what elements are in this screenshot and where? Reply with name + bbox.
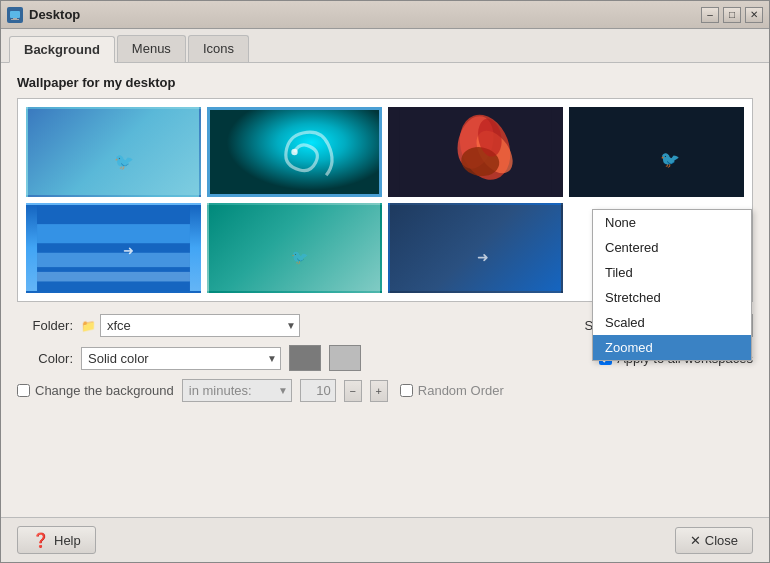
svg-rect-14 [37,272,190,282]
svg-point-4 [291,149,297,155]
wallpaper-section-label: Wallpaper for my desktop [17,75,753,90]
titlebar-left: Desktop [7,7,80,23]
close-button[interactable]: ✕ Close [675,527,753,554]
wp7-icon: ➜ [477,249,489,265]
folder-select[interactable]: xfce [100,314,300,337]
wallpaper-item-7[interactable]: ➜ [388,203,563,293]
color-label: Color: [17,351,73,366]
minutes-select-wrapper: in minutes: ▼ [182,379,292,402]
content-area: Wallpaper for my desktop 🐦 [1,63,769,517]
minutes-select[interactable]: in minutes: [182,379,292,402]
wallpaper-item-4[interactable]: 🐦 [569,107,744,197]
wallpaper-item-2[interactable] [207,107,382,197]
maximize-button[interactable]: □ [723,7,741,23]
desktop-dialog: Desktop – □ ✕ Background Menus Icons Wal… [0,0,770,563]
wp6-icon: 🐦 [291,249,308,265]
svg-rect-12 [37,224,190,243]
help-button[interactable]: ❓ Help [17,526,96,554]
svg-rect-2 [11,19,19,20]
style-dropdown-open[interactable]: None Centered Tiled Stretched Scaled Zoo… [592,209,752,361]
wallpaper-item-3[interactable] [388,107,563,197]
change-bg-row: Change the background in minutes: ▼ − + … [17,379,753,402]
wallpaper-item-5[interactable]: ➜ [26,203,201,293]
tab-background[interactable]: Background [9,36,115,63]
wallpaper-grid-container: 🐦 [17,98,753,302]
help-icon: ❓ [32,532,49,548]
change-bg-checkbox[interactable] [17,384,30,397]
folder-select-wrapper: 📁 xfce ▼ [81,314,300,337]
color-select-wrapper: Solid color ▼ [81,347,281,370]
svg-rect-0 [10,11,20,18]
style-option-centered[interactable]: Centered [593,235,751,260]
increment-button[interactable]: + [370,380,388,402]
color-select[interactable]: Solid color [81,347,281,370]
color-swatch-secondary[interactable] [329,345,361,371]
close-window-button[interactable]: ✕ [745,7,763,23]
titlebar: Desktop – □ ✕ [1,1,769,29]
app-icon [7,7,23,23]
minutes-value-input[interactable] [300,379,336,402]
decrement-button[interactable]: − [344,380,362,402]
tab-menus[interactable]: Menus [117,35,186,62]
color-swatch-primary[interactable] [289,345,321,371]
folder-label: Folder: [17,318,73,333]
random-order-label[interactable]: Random Order [400,383,504,398]
window-title: Desktop [29,7,80,22]
minimize-button[interactable]: – [701,7,719,23]
tab-icons[interactable]: Icons [188,35,249,62]
footer: ❓ Help ✕ Close [1,517,769,562]
wp4-icon: 🐦 [660,150,680,169]
style-option-none[interactable]: None [593,210,751,235]
window-controls: – □ ✕ [701,7,763,23]
svg-rect-13 [37,253,190,267]
style-option-scaled[interactable]: Scaled [593,310,751,335]
folder-icon: 📁 [81,319,96,333]
svg-rect-1 [13,18,17,19]
style-option-stretched[interactable]: Stretched [593,285,751,310]
random-order-checkbox[interactable] [400,384,413,397]
wp1-icon: 🐦 [114,152,134,171]
style-option-tiled[interactable]: Tiled [593,260,751,285]
tabs-bar: Background Menus Icons [1,29,769,63]
wallpaper-item-1[interactable]: 🐦 [26,107,201,197]
style-option-zoomed[interactable]: Zoomed [593,335,751,360]
svg-text:➜: ➜ [123,243,134,258]
wallpaper-item-6[interactable]: 🐦 [207,203,382,293]
change-bg-checkbox-label[interactable]: Change the background [17,383,174,398]
